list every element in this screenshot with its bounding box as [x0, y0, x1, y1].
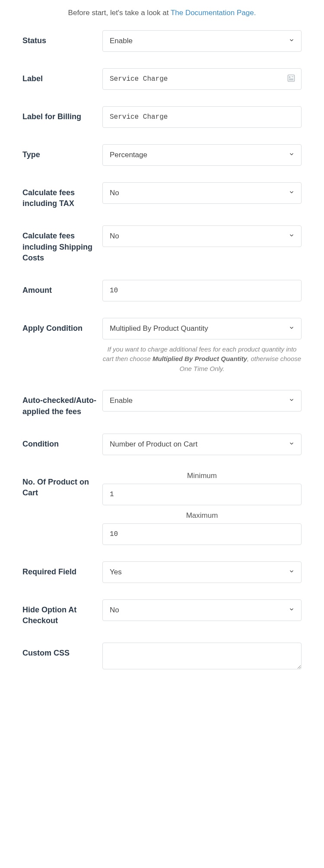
min-product-input[interactable] — [102, 484, 302, 505]
label-amount: Amount — [22, 280, 102, 296]
amount-input[interactable] — [102, 280, 302, 301]
row-apply-condition: Apply Condition If you want to charge ad… — [22, 318, 302, 374]
row-condition: Condition — [22, 434, 302, 455]
label-required-field: Required Field — [22, 561, 102, 577]
auto-applied-select[interactable] — [102, 390, 302, 412]
svg-rect-0 — [288, 75, 295, 82]
row-status: Status — [22, 30, 302, 52]
label-include-shipping: Calculate fees including Shipping Costs — [22, 225, 102, 263]
label-custom-css: Custom CSS — [22, 643, 102, 659]
row-required-field: Required Field — [22, 561, 302, 583]
condition-select[interactable] — [102, 434, 302, 455]
row-no-product: No. Of Product on Cart Minimum Maximum — [22, 472, 302, 545]
row-label: Label — [22, 68, 302, 90]
custom-css-input[interactable] — [102, 643, 302, 669]
row-include-shipping: Calculate fees including Shipping Costs — [22, 225, 302, 263]
include-tax-select[interactable] — [102, 182, 302, 204]
label-include-tax: Calculate fees including TAX — [22, 182, 102, 209]
translate-icon — [287, 74, 295, 84]
status-select[interactable] — [102, 30, 302, 52]
label-auto-applied: Auto-checked/Auto-applied the fees — [22, 390, 102, 417]
apply-condition-select[interactable] — [102, 318, 302, 339]
label-label-billing: Label for Billing — [22, 106, 102, 122]
intro-text: Before start, let's take a look at The D… — [22, 9, 302, 17]
label-input[interactable] — [102, 68, 302, 90]
label-apply-condition: Apply Condition — [22, 318, 102, 334]
max-sublabel: Maximum — [102, 511, 302, 520]
row-hide-option: Hide Option At Checkout — [22, 599, 302, 626]
label-billing-input[interactable] — [102, 106, 302, 128]
label-no-product: No. Of Product on Cart — [22, 472, 102, 498]
type-select[interactable] — [102, 144, 302, 166]
label-label: Label — [22, 68, 102, 84]
min-sublabel: Minimum — [102, 472, 302, 480]
label-condition: Condition — [22, 434, 102, 450]
row-auto-applied: Auto-checked/Auto-applied the fees — [22, 390, 302, 417]
include-shipping-select[interactable] — [102, 225, 302, 247]
row-amount: Amount — [22, 280, 302, 301]
documentation-link[interactable]: The Documentation Page. — [171, 9, 256, 17]
required-field-select[interactable] — [102, 561, 302, 583]
svg-rect-1 — [289, 76, 290, 78]
apply-condition-help: If you want to charge additional fees fo… — [102, 345, 302, 374]
label-hide-option: Hide Option At Checkout — [22, 599, 102, 626]
row-custom-css: Custom CSS — [22, 643, 302, 671]
row-include-tax: Calculate fees including TAX — [22, 182, 302, 209]
max-product-input[interactable] — [102, 523, 302, 545]
row-label-billing: Label for Billing — [22, 106, 302, 128]
label-type: Type — [22, 144, 102, 160]
row-type: Type — [22, 144, 302, 166]
intro-prefix: Before start, let's take a look at — [68, 9, 171, 17]
label-status: Status — [22, 30, 102, 46]
hide-option-select[interactable] — [102, 599, 302, 621]
